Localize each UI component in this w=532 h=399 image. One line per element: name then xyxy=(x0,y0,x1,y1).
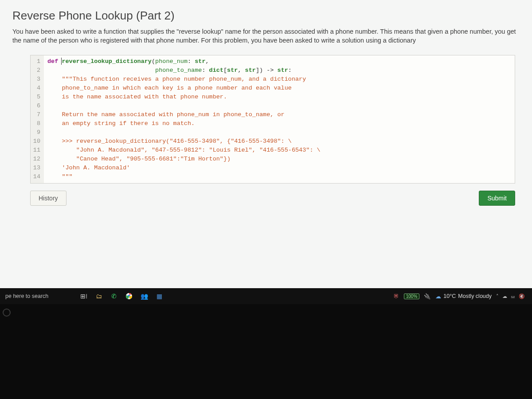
windows-taskbar[interactable]: pe here to search ⊞⁞ 🗂 ✆ 👥 ▦ ⛨ 100% 🔌 ☁ … xyxy=(0,288,532,304)
line-number: 3 xyxy=(32,75,40,84)
file-explorer-icon[interactable]: 🗂 xyxy=(94,292,103,301)
line-number: 10 xyxy=(32,137,40,146)
taskbar-app-icons: ⊞⁞ 🗂 ✆ 👥 ▦ xyxy=(79,292,164,301)
volume-icon[interactable]: 🔇 xyxy=(519,293,525,299)
code-line[interactable]: def reverse_lookup_dictionary(phone_num:… xyxy=(47,57,511,66)
taskbar-search-input[interactable]: pe here to search xyxy=(3,293,48,299)
code-line[interactable]: "John A. Macdonald", "647-555-9812": "Lo… xyxy=(47,146,511,155)
line-number: 12 xyxy=(32,155,40,164)
submit-button[interactable]: Submit xyxy=(479,191,515,206)
power-icon[interactable]: 🔌 xyxy=(424,293,431,300)
weather-widget[interactable]: ☁ 10°C Mostly cloudy xyxy=(435,293,492,300)
chevron-up-icon[interactable]: ˄ xyxy=(496,293,499,299)
problem-title: Reverse Phone Lookup (Part 2) xyxy=(12,9,520,23)
line-number: 1 xyxy=(32,57,40,66)
line-number: 9 xyxy=(32,128,40,137)
code-line[interactable]: "Canoe Head", "905-555-6681":"Tim Horton… xyxy=(47,155,511,164)
line-number: 6 xyxy=(32,102,40,110)
code-line[interactable]: >>> reverse_lookup_dictionary("416-555-3… xyxy=(47,137,511,146)
wifi-icon[interactable]: ⚍ xyxy=(511,293,515,299)
shield-icon[interactable]: ⛨ xyxy=(394,293,399,299)
weather-condition: Mostly cloudy xyxy=(458,293,492,299)
onedrive-icon[interactable]: ☁ xyxy=(502,293,507,299)
code-line[interactable]: """This function receives a phone number… xyxy=(47,75,511,84)
cloud-icon: ☁ xyxy=(435,293,441,300)
code-line[interactable]: Return the name associated with phone_nu… xyxy=(47,110,511,119)
code-line[interactable] xyxy=(47,102,511,110)
code-line[interactable]: an empty string if there is no match. xyxy=(47,119,511,128)
chrome-icon[interactable] xyxy=(125,292,133,301)
app-icon[interactable]: 👥 xyxy=(140,292,149,301)
line-number: 8 xyxy=(32,119,40,128)
line-number: 2 xyxy=(32,66,40,75)
cortana-icon[interactable] xyxy=(3,309,11,317)
line-number: 11 xyxy=(32,146,40,155)
code-line[interactable] xyxy=(47,128,511,137)
weather-temp: 10°C xyxy=(443,293,456,299)
whatsapp-icon[interactable]: ✆ xyxy=(110,292,118,301)
line-number: 5 xyxy=(32,93,40,102)
code-line[interactable]: 'John A. Macdonald' xyxy=(47,164,511,172)
code-line[interactable]: phone_to_name: dict[str, str]) -> str: xyxy=(47,66,511,75)
system-tray: ⛨ 100% 🔌 ☁ 10°C Mostly cloudy ˄ ☁ ⚍ 🔇 xyxy=(394,293,529,300)
line-number: 14 xyxy=(32,172,40,181)
battery-indicator[interactable]: 100% xyxy=(404,293,420,299)
code-editor[interactable]: 1234567891011121314 def reverse_lookup_d… xyxy=(30,55,515,184)
line-number: 7 xyxy=(32,110,40,119)
line-number: 4 xyxy=(32,84,40,93)
code-line[interactable]: is the name associated with that phone n… xyxy=(47,93,511,102)
line-gutter: 1234567891011121314 xyxy=(31,55,44,183)
desktop-background xyxy=(0,304,532,399)
code-line[interactable]: """ xyxy=(47,172,511,181)
app-icon-2[interactable]: ▦ xyxy=(155,292,164,301)
code-line[interactable]: phone_to_name in which each key is a pho… xyxy=(47,84,511,93)
task-view-icon[interactable]: ⊞⁞ xyxy=(79,292,88,301)
tray-status-icons[interactable]: ˄ ☁ ⚍ 🔇 xyxy=(496,293,525,299)
history-button[interactable]: History xyxy=(30,191,66,206)
line-number: 13 xyxy=(32,164,40,172)
code-area[interactable]: def reverse_lookup_dictionary(phone_num:… xyxy=(44,55,515,183)
problem-description: You have been asked to write a function … xyxy=(12,27,520,45)
